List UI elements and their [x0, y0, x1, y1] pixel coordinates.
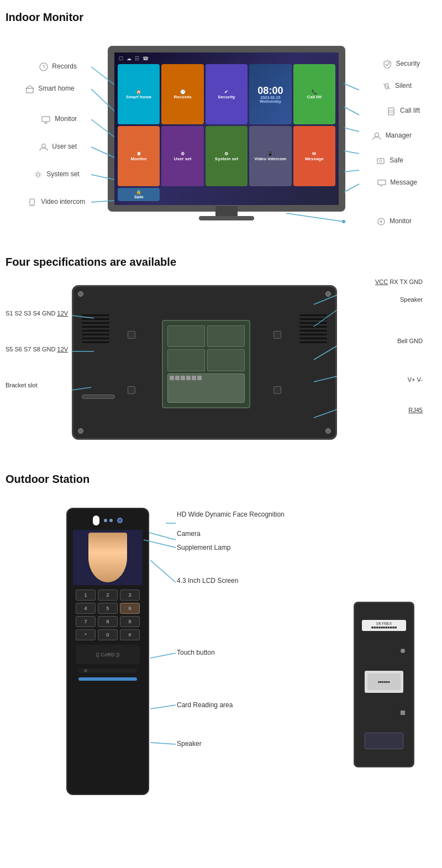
grill-line: [299, 314, 327, 316]
mount-bracket-right-top: [273, 331, 281, 339]
outdoor-station-title: Outdoor Station: [6, 473, 436, 486]
label-manager: Manager: [372, 131, 412, 140]
od-label-face-recognition: HD Wide Dynamic Face Recognition: [177, 511, 285, 518]
bp-label-s1s4: S1 S2 S3 S4 GND 12V: [6, 310, 68, 317]
svg-point-22: [36, 173, 40, 176]
svg-line-49: [150, 705, 176, 709]
rj45-underline: RJ45: [408, 407, 423, 413]
svg-point-23: [35, 171, 41, 178]
back-panel-inner: [73, 287, 335, 438]
od-speaker: [78, 669, 137, 673]
monitor-inner: ☐☁☷☎ 🏠Smart home 🕐Records ✔Security: [114, 52, 339, 205]
od-ir-sensor: [93, 515, 99, 525]
label-videointercom: Video intercom: [28, 198, 85, 207]
label-monitor-left: Monitor: [41, 115, 77, 124]
grill-line: [299, 341, 327, 343]
svg-point-35: [380, 220, 382, 223]
clock-day: Wednesday: [260, 99, 281, 103]
svg-line-7: [344, 107, 359, 115]
od-key-8: 8: [98, 616, 118, 627]
12v-underline-1: 12V: [57, 310, 69, 317]
obp-board-strip: [365, 733, 403, 749]
od-bottom-indicator: [78, 677, 137, 681]
od-top: [67, 509, 148, 530]
label-security: Security: [382, 60, 420, 69]
svg-line-9: [344, 151, 359, 154]
obp-sticker-2: ■■■■■■: [365, 671, 403, 693]
label-records: Records: [39, 62, 77, 71]
bp-label-v-plus-minus: V+ V-: [408, 376, 423, 383]
monitor-screen: ☐☁☷☎ 🏠Smart home 🕐Records ✔Security: [108, 46, 345, 212]
outdoor-station-section: Outdoor Station 1 2 3: [6, 473, 436, 868]
od-key-3: 3: [120, 590, 140, 601]
tile-records: 🕐Records: [161, 64, 203, 124]
obp-sticker-1: SKYNEX■■■■■■■■■■■: [362, 620, 406, 631]
svg-point-33: [380, 160, 382, 162]
od-label-card-reading: Card Reading area: [177, 701, 233, 709]
svg-line-11: [344, 184, 359, 192]
od-key-9: 9: [120, 616, 140, 627]
od-label-speaker: Speaker: [177, 740, 202, 748]
svg-rect-18: [42, 117, 50, 122]
clock-time: 08:00: [257, 86, 283, 96]
label-silent: Silent: [382, 82, 412, 91]
label-monitor-right: Monitor: [376, 217, 412, 226]
page-container: Indoor Monitor ☐☁☷☎ 🏠Smart home 🕐Records: [0, 0, 442, 868]
pin: [192, 376, 196, 380]
od-key-2: 2: [98, 590, 118, 601]
obp-dot-2: [401, 711, 405, 715]
grill-line: [299, 334, 327, 335]
monitor-base: [199, 216, 254, 220]
grill-line: [299, 322, 327, 324]
tile-userset: ⚙User set: [161, 126, 203, 186]
svg-line-45: [149, 533, 176, 540]
tile-security: ✔Security: [206, 64, 248, 124]
svg-line-50: [150, 743, 176, 744]
connector-block: [207, 349, 245, 371]
od-key-7: 7: [76, 616, 96, 627]
mount-bracket-left-bot: [128, 386, 135, 394]
od-label-touch-button: Touch button: [177, 649, 215, 656]
pin: [170, 376, 174, 380]
obp-inner: SKYNEX■■■■■■■■■■■ ■■■■■■: [355, 603, 413, 766]
tile-calllift: 📞Call lift: [293, 64, 335, 124]
svg-rect-32: [377, 159, 384, 164]
screw-br: [325, 428, 331, 434]
svg-line-47: [150, 560, 176, 582]
od-dot: [109, 519, 113, 522]
svg-line-12: [286, 213, 344, 222]
grill-line: [82, 338, 109, 339]
bp-label-speaker: Speaker: [400, 296, 423, 303]
pin: [197, 376, 202, 380]
od-key-5: 5: [98, 603, 118, 614]
label-calllift: Call lift: [387, 107, 420, 115]
grill-line: [82, 326, 109, 328]
svg-line-26: [383, 84, 390, 89]
indoor-monitor-section: Indoor Monitor ☐☁☷☎ 🏠Smart home 🕐Records: [6, 11, 436, 239]
connector-pins-row: [167, 373, 245, 403]
svg-point-21: [42, 144, 46, 148]
od-label-supplement-lamp: Supplement Lamp: [177, 544, 230, 551]
svg-point-13: [342, 220, 345, 223]
connector-block: [167, 349, 205, 371]
grill-line: [82, 322, 109, 324]
svg-point-25: [31, 204, 33, 205]
od-dot: [104, 519, 107, 522]
svg-rect-17: [27, 88, 33, 93]
outdoor-back-panel: SKYNEX■■■■■■■■■■■ ■■■■■■: [354, 602, 414, 767]
od-face-display: [88, 533, 127, 582]
label-safe: Safe: [376, 156, 403, 165]
grill-line: [82, 334, 109, 335]
svg-line-6: [344, 83, 359, 90]
pin: [175, 376, 180, 380]
bp-label-vcc-rx-tx-gnd: VCC RX TX GND: [375, 278, 423, 285]
od-ir-leds: [104, 519, 113, 522]
grill-line: [299, 330, 327, 332]
grill-line: [299, 338, 327, 339]
monitor-tiles: 🏠Smart home 🕐Records ✔Security 08:00 202…: [117, 64, 336, 201]
svg-line-48: [150, 653, 176, 658]
tile-videointercom: 📱Video intercom: [249, 126, 291, 186]
svg-line-10: [344, 170, 359, 172]
od-camera-lens: [117, 518, 123, 523]
pin: [186, 376, 191, 380]
